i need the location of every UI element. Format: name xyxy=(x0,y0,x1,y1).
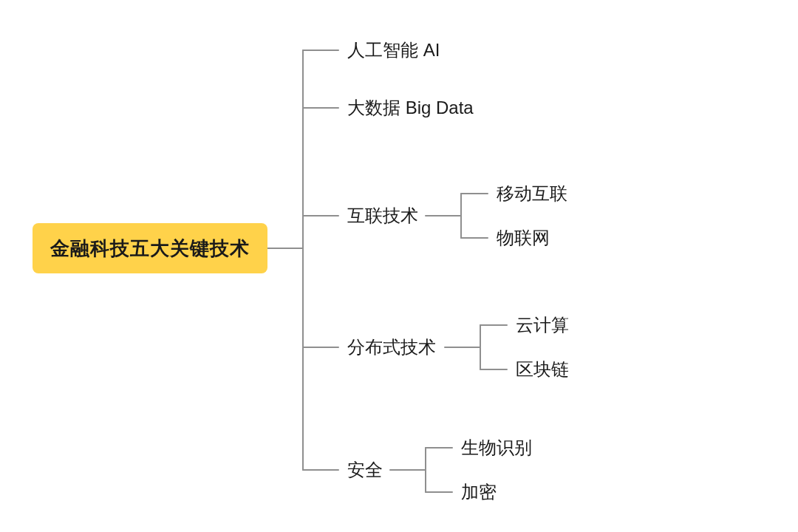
leaf-node-iot[interactable]: 物联网 xyxy=(497,228,550,249)
mindmap-canvas: 金融科技五大关键技术 人工智能 AI 大数据 Big Data 互联技术 移动互… xyxy=(0,0,798,532)
branch-node-distributed[interactable]: 分布式技术 xyxy=(347,337,436,358)
branch-label: 分布式技术 xyxy=(347,337,436,357)
root-label: 金融科技五大关键技术 xyxy=(50,236,250,262)
branch-node-security[interactable]: 安全 xyxy=(347,460,383,481)
leaf-label: 生物识别 xyxy=(461,437,532,457)
branch-node-interconnect[interactable]: 互联技术 xyxy=(347,205,418,227)
branch-label: 大数据 Big Data xyxy=(347,98,474,117)
branch-node-ai[interactable]: 人工智能 AI xyxy=(347,40,440,61)
branch-label: 互联技术 xyxy=(347,205,418,225)
leaf-node-mobile-internet[interactable]: 移动互联 xyxy=(497,183,567,205)
leaf-label: 物联网 xyxy=(497,228,550,248)
leaf-node-blockchain[interactable]: 区块链 xyxy=(516,359,569,381)
leaf-node-encryption[interactable]: 加密 xyxy=(461,482,497,503)
branch-label: 安全 xyxy=(347,460,383,480)
leaf-label: 移动互联 xyxy=(497,183,567,203)
leaf-label: 区块链 xyxy=(516,359,569,379)
mindmap-root-node[interactable]: 金融科技五大关键技术 xyxy=(33,223,267,273)
leaf-node-cloud[interactable]: 云计算 xyxy=(516,315,569,336)
branch-label: 人工智能 AI xyxy=(347,40,440,60)
branch-node-bigdata[interactable]: 大数据 Big Data xyxy=(347,98,474,119)
leaf-node-biometrics[interactable]: 生物识别 xyxy=(461,437,532,459)
leaf-label: 加密 xyxy=(461,482,497,502)
leaf-label: 云计算 xyxy=(516,315,569,335)
